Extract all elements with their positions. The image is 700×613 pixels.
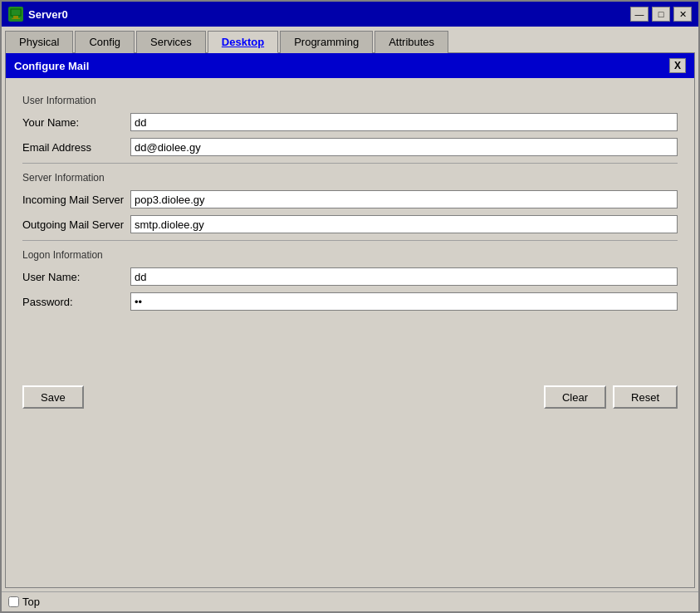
logon-username-row: User Name: <box>22 267 678 286</box>
top-checkbox[interactable] <box>8 596 19 607</box>
user-information-label: User Information <box>22 95 678 106</box>
top-checkbox-item: Top <box>8 596 40 608</box>
incoming-mail-row: Incoming Mail Server <box>22 190 678 208</box>
configure-mail-header: Configure Mail X <box>6 53 694 78</box>
svg-rect-0 <box>11 9 21 16</box>
divider-1 <box>22 163 678 164</box>
your-name-label: Your Name: <box>22 116 130 129</box>
bottom-bar: Top <box>2 591 698 611</box>
logon-username-input[interactable] <box>130 267 678 286</box>
app-icon <box>8 7 23 22</box>
save-button[interactable]: Save <box>22 385 84 409</box>
tab-attributes[interactable]: Attributes <box>374 31 448 53</box>
right-buttons: Clear Reset <box>544 385 678 409</box>
your-name-input[interactable] <box>130 113 678 131</box>
incoming-mail-input[interactable] <box>130 190 678 208</box>
button-row: Save Clear Reset <box>6 377 694 421</box>
top-label: Top <box>22 596 40 608</box>
tab-physical[interactable]: Physical <box>5 31 73 53</box>
title-bar: Server0 — □ ✕ <box>2 2 698 27</box>
main-window: Server0 — □ ✕ Physical Config Services D… <box>0 0 700 613</box>
password-label: Password: <box>22 296 130 308</box>
window-title: Server0 <box>28 8 630 21</box>
svg-rect-2 <box>12 18 20 19</box>
tab-programming[interactable]: Programming <box>280 31 373 53</box>
server-information-label: Server Information <box>22 172 678 184</box>
tab-desktop[interactable]: Desktop <box>208 31 278 53</box>
divider-2 <box>22 240 678 241</box>
configure-close-button[interactable]: X <box>669 58 686 73</box>
tab-config[interactable]: Config <box>75 31 135 53</box>
outgoing-mail-input[interactable] <box>130 215 678 233</box>
your-name-row: Your Name: <box>22 113 678 131</box>
close-window-button[interactable]: ✕ <box>673 7 692 22</box>
content-area: Configure Mail X User Information Your N… <box>5 52 695 588</box>
tab-services[interactable]: Services <box>136 31 206 53</box>
clear-button[interactable]: Clear <box>544 385 606 409</box>
tab-bar: Physical Config Services Desktop Program… <box>2 27 698 52</box>
maximize-button[interactable]: □ <box>652 7 670 22</box>
password-row: Password: <box>22 292 678 311</box>
form-area: User Information Your Name: Email Addres… <box>6 78 694 377</box>
password-input[interactable] <box>130 292 678 311</box>
outgoing-mail-row: Outgoing Mail Server <box>22 215 678 233</box>
logon-username-label: User Name: <box>22 271 130 283</box>
reset-button[interactable]: Reset <box>613 385 678 409</box>
incoming-mail-label: Incoming Mail Server <box>22 194 130 206</box>
configure-mail-title: Configure Mail <box>14 60 89 72</box>
logon-information-label: Logon Information <box>22 249 678 261</box>
email-address-row: Email Address <box>22 138 678 156</box>
spacer <box>6 421 694 587</box>
email-address-input[interactable] <box>130 138 678 156</box>
email-address-label: Email Address <box>22 141 130 154</box>
window-controls: — □ ✕ <box>630 7 692 22</box>
outgoing-mail-label: Outgoing Mail Server <box>22 218 130 231</box>
minimize-button[interactable]: — <box>630 7 649 22</box>
svg-rect-1 <box>13 16 18 18</box>
